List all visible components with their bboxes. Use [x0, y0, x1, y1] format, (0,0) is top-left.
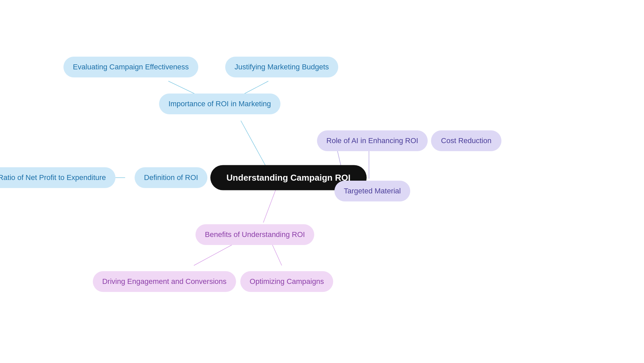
- importance-roi-label: Importance of ROI in Marketing: [168, 100, 271, 108]
- svg-line-2: [241, 121, 267, 169]
- center-label: Understanding Campaign ROI: [226, 173, 351, 183]
- role-ai-label: Role of AI in Enhancing ROI: [326, 136, 418, 145]
- cost-reduction-label: Cost Reduction: [441, 136, 491, 145]
- targeted-material-label: Targeted Material: [344, 187, 401, 195]
- definition-roi-label: Definition of ROI: [144, 173, 198, 182]
- svg-line-5: [263, 187, 277, 223]
- justifying-budgets-label: Justifying Marketing Budgets: [234, 63, 329, 71]
- importance-roi-node[interactable]: Importance of ROI in Marketing: [159, 94, 280, 114]
- ratio-net-profit-label: Ratio of Net Profit to Expenditure: [0, 173, 106, 182]
- driving-engagement-label: Driving Engagement and Conversions: [102, 277, 227, 286]
- benefits-roi-node[interactable]: Benefits of Understanding ROI: [196, 224, 314, 245]
- role-ai-node[interactable]: Role of AI in Enhancing ROI: [317, 130, 428, 151]
- evaluating-campaign-node[interactable]: Evaluating Campaign Effectiveness: [63, 57, 198, 77]
- svg-line-6: [194, 243, 235, 265]
- targeted-material-node[interactable]: Targeted Material: [334, 181, 410, 201]
- svg-line-7: [272, 243, 282, 265]
- evaluating-campaign-label: Evaluating Campaign Effectiveness: [73, 63, 189, 71]
- ratio-net-profit-node[interactable]: Ratio of Net Profit to Expenditure: [0, 167, 115, 188]
- justifying-budgets-node[interactable]: Justifying Marketing Budgets: [225, 57, 338, 77]
- optimizing-campaigns-node[interactable]: Optimizing Campaigns: [240, 271, 333, 292]
- benefits-roi-label: Benefits of Understanding ROI: [205, 230, 305, 239]
- driving-engagement-node[interactable]: Driving Engagement and Conversions: [93, 271, 236, 292]
- definition-roi-node[interactable]: Definition of ROI: [135, 167, 207, 188]
- optimizing-campaigns-label: Optimizing Campaigns: [250, 277, 324, 286]
- cost-reduction-node[interactable]: Cost Reduction: [431, 130, 501, 151]
